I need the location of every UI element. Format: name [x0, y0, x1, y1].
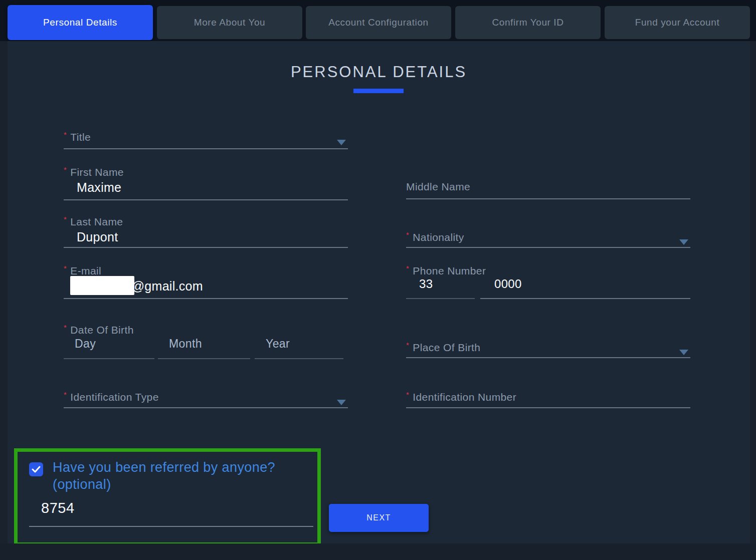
field-underline [64, 247, 348, 248]
title-select[interactable]: *Title [64, 130, 348, 149]
first-name-label: *First Name [64, 165, 348, 178]
wizard-tabbar: Personal Details More About You Account … [0, 0, 756, 41]
registration-page: Personal Details More About You Account … [0, 0, 756, 560]
required-asterisk: * [64, 390, 67, 399]
required-asterisk: * [64, 130, 67, 139]
tab-more-about-you[interactable]: More About You [157, 6, 302, 39]
nationality-select[interactable]: *Nationality [406, 230, 690, 248]
field-underline [406, 357, 690, 358]
form-panel: PERSONAL DETAILS *Title *First Name Maxi… [8, 41, 750, 543]
tab-personal-details[interactable]: Personal Details [8, 5, 153, 40]
chevron-down-icon [679, 350, 688, 355]
email-label: *E-mail [64, 264, 348, 277]
email-field[interactable]: *E-mail r@gmail.com [64, 264, 348, 299]
required-asterisk: * [64, 215, 67, 223]
email-value[interactable]: r@gmail.com [127, 279, 203, 294]
tab-fund-your-account[interactable]: Fund your Account [605, 6, 750, 39]
dob-year-value: Year [266, 337, 290, 351]
field-underline [406, 407, 690, 408]
dob-day-select[interactable]: Day [64, 333, 154, 359]
dob-month-select[interactable]: Month [158, 333, 250, 359]
required-asterisk: * [64, 323, 67, 332]
middle-name-label: Middle Name [406, 181, 690, 193]
tab-account-configuration[interactable]: Account Configuration [306, 6, 451, 39]
title-underline-accent [353, 89, 404, 93]
required-asterisk: * [406, 390, 409, 399]
field-underline [64, 407, 348, 408]
phone-number-value[interactable]: 0000 [494, 277, 522, 291]
middle-name-field[interactable]: Middle Name [406, 181, 690, 199]
referral-code-input[interactable]: 8754 [41, 500, 75, 516]
place-of-birth-label: *Place Of Birth [406, 341, 690, 354]
required-asterisk: * [64, 264, 67, 272]
field-underline [64, 358, 154, 359]
last-name-label: *Last Name [64, 215, 348, 228]
field-underline [158, 358, 250, 359]
field-underline [406, 298, 475, 299]
chevron-down-icon [679, 239, 688, 245]
next-button[interactable]: NEXT [329, 504, 429, 532]
field-underline [64, 148, 348, 149]
field-underline [64, 199, 348, 200]
referral-checkbox[interactable] [29, 462, 43, 476]
dob-day-value: Day [75, 337, 96, 351]
dob-month-value: Month [169, 337, 202, 351]
field-underline [406, 198, 690, 199]
page-title: PERSONAL DETAILS [8, 63, 750, 81]
checkmark-icon [32, 466, 41, 473]
referral-question: Have you been referred by anyone? (optio… [53, 459, 293, 493]
field-underline [406, 247, 690, 248]
nationality-label: *Nationality [406, 230, 690, 243]
last-name-field[interactable]: *Last Name Dupont [64, 215, 348, 248]
title-label: *Title [64, 130, 348, 143]
identification-number-field[interactable]: *Identification Number [406, 390, 690, 408]
chevron-down-icon [337, 140, 346, 145]
field-underline [29, 526, 313, 527]
tab-confirm-your-id[interactable]: Confirm Your ID [455, 6, 601, 39]
field-underline [255, 358, 343, 359]
phone-code-field[interactable]: 33 [406, 273, 475, 299]
required-asterisk: * [406, 230, 409, 239]
identification-number-label: *Identification Number [406, 390, 690, 403]
phone-number-field[interactable]: 0000 [480, 273, 690, 299]
identification-type-select[interactable]: *Identification Type [64, 390, 348, 408]
field-underline [64, 298, 348, 299]
place-of-birth-select[interactable]: *Place Of Birth [406, 341, 690, 358]
phone-code-value[interactable]: 33 [419, 277, 433, 291]
footer-strip [0, 543, 756, 560]
required-asterisk: * [64, 165, 67, 174]
required-asterisk: * [406, 341, 409, 349]
required-asterisk: * [406, 264, 409, 272]
dob-year-select[interactable]: Year [255, 333, 343, 359]
first-name-value[interactable]: Maxime [77, 180, 121, 195]
field-underline [480, 298, 690, 299]
last-name-value[interactable]: Dupont [77, 230, 118, 244]
first-name-field[interactable]: *First Name Maxime [64, 165, 348, 200]
chevron-down-icon [337, 400, 346, 405]
email-redaction-box [70, 276, 134, 295]
referral-highlight-annotation: Have you been referred by anyone? (optio… [14, 448, 321, 546]
identification-type-label: *Identification Type [64, 390, 348, 403]
